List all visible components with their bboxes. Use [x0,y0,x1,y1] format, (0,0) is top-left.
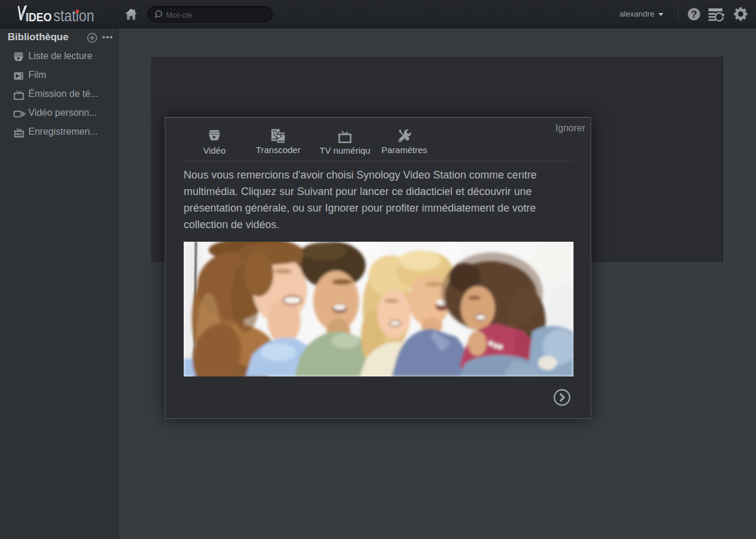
svg-text:REC: REC [15,132,22,136]
svg-text:IDEO: IDEO [26,10,52,24]
svg-text:?: ? [691,9,697,20]
svg-text:station: station [54,7,94,25]
